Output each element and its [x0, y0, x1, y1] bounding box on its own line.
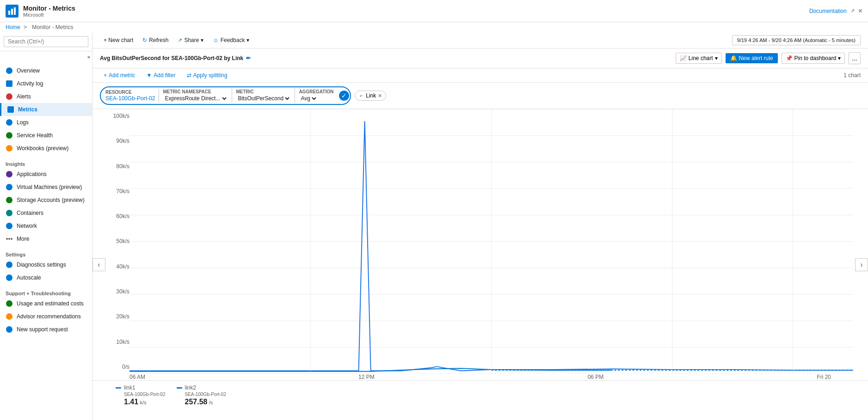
- sidebar-nav-section: Overview Activity log Alerts Metrics Log…: [0, 62, 92, 157]
- legend-value-link1: 1.41 k/s: [116, 398, 166, 406]
- sidebar-item-workbooks[interactable]: Workbooks (preview): [0, 142, 92, 155]
- sidebar-item-advisor[interactable]: Advisor recommendations: [0, 310, 92, 323]
- sidebar-label-support: New support request: [17, 326, 68, 333]
- sidebar-item-logs[interactable]: Logs: [0, 116, 92, 129]
- refresh-button[interactable]: ↻ Refresh: [139, 35, 172, 45]
- y-label-50k: 50k/s: [107, 238, 129, 244]
- main-toolbar: + New chart ↻ Refresh ↗ Share ▾ ☺ Feedba…: [92, 32, 868, 49]
- alert-btn-label: New alert rule: [739, 55, 773, 61]
- pin-icon: 📌: [786, 55, 793, 61]
- namespace-select[interactable]: ExpressRoute Direct...: [163, 95, 228, 102]
- sidebar-item-network[interactable]: Network: [0, 219, 92, 232]
- sidebar-label-metrics: Metrics: [18, 106, 37, 113]
- documentation-link[interactable]: Documentation: [809, 8, 847, 14]
- chart-nav-left-button[interactable]: ‹: [92, 258, 105, 271]
- sidebar-item-overview[interactable]: Overview: [0, 64, 92, 77]
- sidebar-item-storage[interactable]: Storage Accounts (preview): [0, 194, 92, 207]
- app-title-block: Monitor - Metrics Microsoft: [23, 5, 75, 18]
- edit-title-icon[interactable]: ✏: [246, 55, 251, 61]
- support-title: Support + Troubleshooting: [0, 288, 92, 297]
- legend-label-link1: link1: [116, 384, 166, 391]
- svg-rect-2: [14, 7, 16, 15]
- chart-title-text: Avg BitsOutPerSecond for SEA-100Gb-Port-…: [100, 55, 243, 61]
- sidebar-item-service-health[interactable]: Service Health: [0, 129, 92, 142]
- sidebar-label-diagnostics: Diagnostics settings: [17, 262, 66, 268]
- sidebar-label-more: More: [17, 236, 29, 242]
- sidebar-item-metrics[interactable]: Metrics: [0, 103, 92, 116]
- scale-icon: [6, 274, 13, 281]
- grid-icon: [6, 67, 13, 74]
- resource-label: RESOURCE: [105, 90, 155, 95]
- sidebar-collapse-btn[interactable]: «: [0, 51, 92, 62]
- link-tag[interactable]: ← Link ✕: [355, 91, 386, 101]
- sidebar-item-more[interactable]: ••• More: [0, 232, 92, 245]
- time-range-picker[interactable]: 9/19 4:26 AM - 9/20 4:26 AM (Automatic -…: [732, 35, 861, 45]
- pin-label: Pin to dashboard: [794, 55, 837, 61]
- x-axis: 06 AM 12 PM 06 PM Fri 20: [92, 374, 868, 380]
- resource-field: RESOURCE SEA-100Gb-Port-02: [102, 89, 159, 103]
- feedback-button[interactable]: ☺ Feedback ▾: [209, 35, 253, 45]
- y-label-90k: 90k/s: [107, 138, 129, 144]
- y-label-40k: 40k/s: [107, 263, 129, 270]
- aggregation-select[interactable]: Avg: [299, 95, 318, 102]
- sidebar-item-diagnostics[interactable]: Diagnostics settings: [0, 258, 92, 271]
- sidebar-label-activity-log: Activity log: [17, 80, 43, 87]
- chart-legend: link1 SEA-100Gb-Port-02 1.41 k/s link2 S…: [92, 380, 868, 410]
- search-input[interactable]: [4, 36, 88, 47]
- metric-select[interactable]: BitsOutPerSecond: [236, 95, 291, 102]
- top-bar: Monitor - Metrics Microsoft Documentatio…: [0, 0, 868, 22]
- metric-field: METRIC BitsOutPerSecond: [232, 88, 295, 103]
- container-icon: [6, 209, 13, 217]
- sidebar-item-alerts[interactable]: Alerts: [0, 90, 92, 103]
- sidebar-item-usage-costs[interactable]: Usage and estimated costs: [0, 297, 92, 310]
- sidebar-label-alerts: Alerts: [17, 93, 31, 100]
- share-button[interactable]: ↗ Share ▾: [174, 35, 207, 45]
- add-metric-label: Add metric: [109, 72, 135, 79]
- activity-icon: [6, 80, 13, 87]
- y-label-80k: 80k/s: [107, 163, 129, 170]
- sidebar-item-vms[interactable]: Virtual Machines (preview): [0, 181, 92, 194]
- workbook-icon: [6, 145, 13, 152]
- add-metric-button[interactable]: + Add metric: [100, 70, 139, 80]
- sidebar-label-workbooks: Workbooks (preview): [17, 145, 68, 152]
- metric-row: RESOURCE SEA-100Gb-Port-02 METRIC NAMESP…: [92, 83, 868, 109]
- support-icon: [6, 326, 13, 333]
- sidebar-item-containers[interactable]: Containers: [0, 207, 92, 219]
- more-options-button[interactable]: ...: [849, 52, 861, 64]
- sidebar-item-applications[interactable]: Applications: [0, 168, 92, 181]
- app-logo: [6, 5, 18, 18]
- alert-bell-icon: 🔔: [730, 55, 737, 61]
- chart-type-button[interactable]: 📈 Line chart ▾: [676, 53, 722, 64]
- insights-title: Insights: [0, 158, 92, 168]
- sidebar-item-activity-log[interactable]: Activity log: [0, 77, 92, 90]
- sidebar-label-storage: Storage Accounts (preview): [17, 197, 85, 203]
- breadcrumb-home[interactable]: Home: [6, 24, 20, 30]
- close-button[interactable]: ×: [858, 7, 862, 15]
- chart-nav-right-button[interactable]: ›: [855, 258, 868, 271]
- main-layout: « Overview Activity log Alerts Metrics: [0, 32, 868, 420]
- sidebar-item-autoscale[interactable]: Autoscale: [0, 271, 92, 284]
- add-filter-button[interactable]: ▼ Add filter: [142, 70, 179, 80]
- legend-value-link2: 257.58 /s: [177, 398, 227, 406]
- new-chart-button[interactable]: + New chart: [100, 35, 137, 45]
- new-alert-rule-button[interactable]: 🔔 New alert rule: [726, 53, 778, 63]
- pin-dashboard-button[interactable]: 📌 Pin to dashboard ▾: [782, 53, 845, 64]
- add-metric-icon: +: [104, 72, 107, 79]
- share-chevron-icon: ▾: [201, 37, 203, 43]
- chart-with-axes: 100k/s 90k/s 80k/s 70k/s 60k/s 50k/s 40k…: [92, 109, 868, 374]
- top-bar-right: Documentation ↗ ×: [809, 7, 862, 15]
- remove-link-icon[interactable]: ✕: [378, 93, 382, 99]
- sidebar-item-support[interactable]: New support request: [0, 323, 92, 336]
- refresh-label: Refresh: [149, 37, 168, 43]
- doc-external-icon: ↗: [850, 8, 855, 14]
- y-label-10k: 10k/s: [107, 339, 129, 345]
- vm-icon: [6, 183, 13, 191]
- chart-area: ‹ › 100k/s 90k/s 80k/s 70k/s 60k/s 50k/s…: [92, 109, 868, 420]
- apply-splitting-button[interactable]: ⇄ Apply splitting: [183, 70, 231, 80]
- main-content: + New chart ↻ Refresh ↗ Share ▾ ☺ Feedba…: [92, 32, 868, 420]
- legend-sub-link1: SEA-100Gb-Port-02: [116, 392, 166, 397]
- resource-value[interactable]: SEA-100Gb-Port-02: [105, 95, 155, 102]
- confirm-metric-button[interactable]: ✓: [339, 91, 349, 101]
- main-chart-svg: [129, 109, 853, 374]
- pin-chevron-icon: ▾: [838, 55, 841, 61]
